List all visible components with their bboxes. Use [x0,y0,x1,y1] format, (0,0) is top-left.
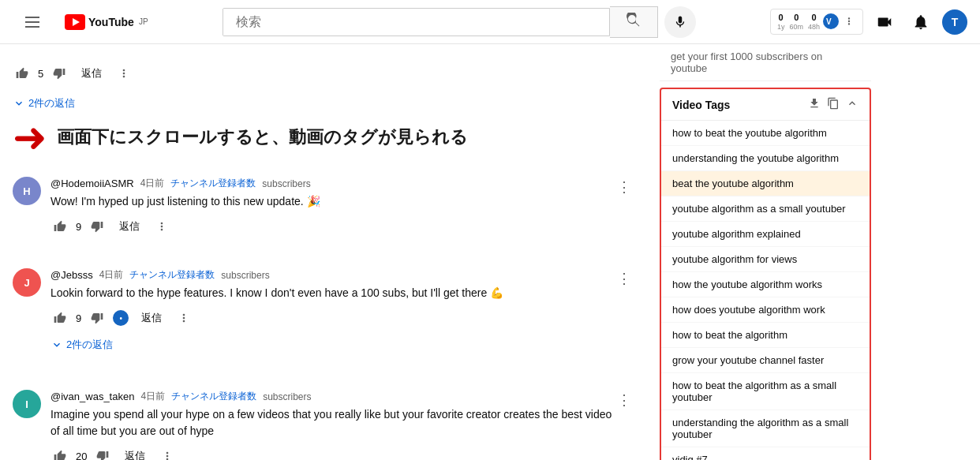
user-avatar[interactable]: T [942,9,967,35]
thumbs-up-icon-i [54,450,66,460]
comment-row-ivan: I @ivan_was_taken 4日前 チャンネル登録者数 subscrib… [13,383,634,460]
collapse-tags-button[interactable] [846,97,858,112]
dislike-btn-ivan[interactable] [93,447,112,460]
tag-item[interactable]: understanding the youtube algorithm [661,146,870,171]
comment-row-hodemoii: H @HodemoiiASMR 4日前 チャンネル登録者数 subscriber… [13,170,634,262]
notifications-button[interactable] [906,7,936,37]
commenter-name-ivan: @ivan_was_taken [50,391,134,402]
tag-item[interactable]: how to beat the youtube algorithm [661,121,870,146]
comment-menu-ivan[interactable]: ⋮ [614,390,634,410]
tags-header: Video Tags [661,89,870,121]
subscribers-hodemoii: subscribers [262,178,310,189]
annotation-row: ➜ 画面下にスクロールすると、動画のタグが見られる [13,117,634,158]
comment-menu-hodemoii[interactable]: ⋮ [614,177,634,197]
tag-item[interactable]: how to beat the algorithm [661,323,870,348]
like-count-ivan: 20 [76,451,87,461]
commenter-name-hodemoii: @HodemoiiASMR [50,178,134,189]
comment-time-jebsss: 4日前 [99,268,124,282]
channel-badge-jebsss[interactable]: チャンネル登録者数 [129,268,215,282]
channel-badge-ivan[interactable]: チャンネル登録者数 [171,390,256,403]
annotation-text: 画面下にスクロールすると、動画のタグが見られる [57,125,468,149]
youtube-logo[interactable]: YouTube JP [65,14,148,30]
comment-text-jebsss: Lookin forward to the hype features. I k… [50,285,503,301]
search-input[interactable] [223,9,609,36]
tag-item[interactable]: youtube algorithm as a small youtuber [661,196,870,222]
mic-button[interactable] [664,6,696,38]
bell-icon [912,13,930,31]
chevron-down-icon [13,97,25,110]
comment-menu-jebsss[interactable]: ⋮ [614,268,634,289]
tag-item[interactable]: how does youtube algorithm work [661,297,870,323]
comment-header-ivan: @ivan_was_taken 4日前 チャンネル登録者数 subscriber… [50,390,614,403]
subscribers-jebsss: subscribers [221,270,269,281]
svg-text:V: V [826,17,832,26]
tag-item[interactable]: youtube algorithm for views [661,247,870,272]
dislike-btn-hodemoii[interactable] [88,217,107,236]
replies-toggle-top[interactable]: 2件の返信 [13,90,634,117]
create-icon [876,13,893,31]
subscribers-ivan: subscribers [263,391,311,402]
more-options-top[interactable] [114,64,133,83]
tag-item[interactable]: grow your youtube channel faster [661,348,870,373]
tag-item[interactable]: understanding the algorithm as a small y… [661,410,870,447]
copy-icon [827,97,840,110]
menu-dots-icon [843,16,855,27]
chevron-up-icon [846,97,858,110]
like-button-top[interactable] [13,64,32,83]
comment-body-jebsss: @Jebsss 4日前 チャンネル登録者数 subscribers Lookin… [50,268,503,358]
more-icon-i [161,450,174,460]
suggested-tag: get your first 1000 subscribers on youtu… [660,44,871,81]
comment-row-jebsss: J @Jebsss 4日前 チャンネル登録者数 subscribers Look… [13,262,634,383]
logo-region: JP [139,17,148,26]
tag-item[interactable]: vidiq #7 [661,447,870,460]
comment-body-hodemoii: @HodemoiiASMR 4日前 チャンネル登録者数 subscribers … [50,177,320,237]
chevron-icon-jebsss [50,338,63,351]
tag-item[interactable]: youtube algorithm explained [661,222,870,247]
tag-item[interactable]: how to beat the algorithm as a small you… [661,373,870,410]
reply-btn-jebsss[interactable]: 返信 [135,308,168,328]
tags-actions [808,97,858,112]
comment-time-ivan: 4日前 [140,390,165,403]
copy-tags-button[interactable] [827,97,840,112]
reply-btn-hodemoii[interactable]: 返信 [113,216,146,237]
vidiq-menu-button[interactable] [842,14,856,28]
replies-toggle-jebsss[interactable]: 2件の返信 [50,331,503,358]
more-btn-jebsss[interactable] [174,309,193,327]
tag-item[interactable]: beat the youtube algorithm [661,171,870,196]
more-icon-top [118,67,130,80]
reply-button-top[interactable]: 返信 [75,63,108,84]
reply-btn-ivan[interactable]: 返信 [118,446,151,460]
main-content: 5 返信 2件の返信 ➜ 画面下にスクロールすると、動画のタグが見られる [0,44,980,460]
like-count-top: 5 [38,68,43,80]
svg-text:YouTube: YouTube [88,16,134,28]
commenter-name-jebsss: @Jebsss [50,269,93,281]
like-btn-ivan[interactable] [50,447,69,460]
comment-text-hodemoii: Wow! I'm hyped up just listening to this… [50,193,320,210]
comment-body-ivan: @ivan_was_taken 4日前 チャンネル登録者数 subscriber… [50,390,614,460]
tags-list: how to beat the youtube algorithmunderst… [661,121,870,460]
more-icon-h [155,220,168,233]
comment-hodemoii: H @HodemoiiASMR 4日前 チャンネル登録者数 subscriber… [13,177,320,240]
thumbs-down-icon-i [96,450,109,460]
create-button[interactable] [870,7,900,37]
tag-item[interactable]: how the youtube algorithm works [661,272,870,297]
channel-badge-hodemoii[interactable]: チャンネル登録者数 [170,177,256,190]
more-btn-hodemoii[interactable] [152,217,171,236]
like-count-hodemoii: 9 [76,221,81,233]
hamburger-icon [19,10,46,34]
hamburger-menu[interactable] [13,4,52,40]
red-arrow-icon: ➜ [13,117,47,158]
like-btn-jebsss[interactable] [50,309,69,327]
dislike-btn-jebsss[interactable] [88,309,107,327]
search-icon [626,13,641,28]
more-btn-ivan[interactable] [158,447,177,460]
search-button[interactable] [610,6,658,38]
dislike-button-top[interactable] [50,64,69,83]
like-btn-hodemoii[interactable] [50,217,69,236]
comment-header-hodemoii: @HodemoiiASMR 4日前 チャンネル登録者数 subscribers [50,177,320,190]
thumbs-down-icon-j [91,312,103,324]
mic-icon [673,15,687,29]
more-icon-j [178,312,190,324]
comment-time-hodemoii: 4日前 [140,177,165,190]
download-tags-button[interactable] [808,97,821,112]
